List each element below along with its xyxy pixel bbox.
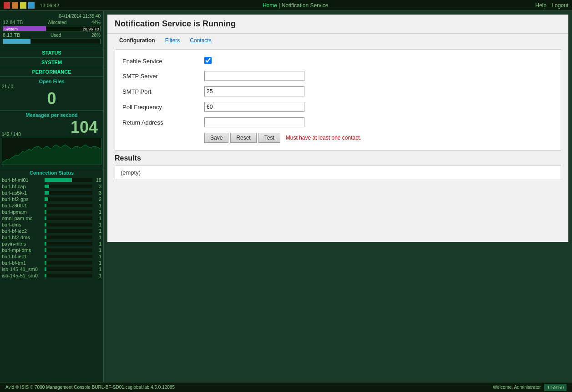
- results-title: Results: [115, 154, 561, 162]
- used-label: Used: [51, 33, 61, 38]
- tab-contacts[interactable]: Contacts: [185, 35, 216, 45]
- tab-filters[interactable]: Filters: [161, 35, 185, 45]
- test-button[interactable]: Test: [258, 133, 280, 143]
- status-nav-btn[interactable]: STATUS: [0, 48, 103, 58]
- storage-size: 12.84 TB: [3, 20, 23, 25]
- conn-item: burl-bf-iec1 1: [2, 254, 101, 259]
- enable-service-control: [204, 57, 341, 65]
- return-addr-input[interactable]: [204, 117, 304, 127]
- conn-item-name: burl-mpi-dms: [2, 247, 43, 253]
- enable-service-label: Enable Service: [122, 58, 204, 65]
- conn-item-bar: [45, 191, 49, 195]
- conn-item-count: 1: [94, 216, 101, 221]
- warning-text: Must have at least one contact.: [286, 135, 361, 141]
- svg-marker-0: [2, 145, 101, 165]
- conn-item-bar: [45, 210, 46, 214]
- smtp-port-label: SMTP Port: [122, 88, 204, 95]
- allocated-label: Allocated: [48, 20, 66, 25]
- conn-item-bar-container: [45, 223, 92, 226]
- conn-item: isb-145-51_sm0 1: [2, 273, 101, 278]
- used-pct: 28%: [91, 33, 101, 38]
- conn-item-bar: [45, 255, 46, 258]
- sidebar-date: 04/14/2014 11:35:40: [3, 14, 101, 19]
- conn-item-bar-container: [45, 185, 92, 188]
- performance-nav-btn[interactable]: PERFORMANCE: [0, 67, 103, 77]
- conn-item-bar-container: [45, 261, 92, 265]
- conn-item-name: isb-145-51_sm0: [2, 273, 43, 278]
- top-time: 13:06:42: [40, 3, 59, 8]
- conn-item-bar-container: [45, 248, 92, 252]
- conn-item-name: burl-bf-tm1: [2, 260, 43, 266]
- conn-item-bar-container: [45, 210, 92, 214]
- conn-item-bar: [45, 267, 46, 271]
- open-files-sub: 21 / 0: [2, 84, 13, 89]
- conn-item-count: 1: [94, 203, 101, 208]
- conn-item-count: 1: [94, 247, 101, 253]
- welcome-text: Welcome, Administrator: [493, 385, 541, 390]
- conn-item-count: 1: [94, 222, 101, 227]
- conn-item-name: burl-bf2-gps: [2, 196, 43, 202]
- conn-item-name: burl-as5k-1: [2, 190, 43, 196]
- conn-item-count: 3: [94, 190, 101, 196]
- reset-button[interactable]: Reset: [230, 133, 256, 143]
- conn-item: burl-bf2-gps 2: [2, 196, 101, 202]
- mps-sub: 142 / 148: [2, 132, 21, 137]
- conn-item-name: burl-dms: [2, 222, 43, 227]
- mps-section: Messages per second 142 / 148 104: [0, 111, 103, 168]
- conn-item-bar: [45, 197, 48, 201]
- poll-freq-label: Poll Frequency: [122, 104, 204, 111]
- help-link[interactable]: Help: [535, 2, 547, 9]
- conn-item-bar-container: [45, 274, 92, 277]
- content-area: Notification Service is Running Configur…: [107, 15, 568, 242]
- main-area: Notification Service is Running Configur…: [104, 11, 572, 392]
- logout-link[interactable]: Logout: [552, 2, 568, 9]
- conn-item: burl-bf-iec2 1: [2, 228, 101, 234]
- conn-item-bar-container: [45, 191, 92, 195]
- conn-item-bar: [45, 236, 46, 239]
- mps-label: Messages per second: [2, 112, 101, 118]
- conn-item-bar-container: [45, 197, 92, 201]
- conn-item-bar: [45, 248, 46, 252]
- smtp-port-input[interactable]: [204, 86, 304, 96]
- used-progress-fill: [3, 39, 30, 44]
- sidebar-header: 04/14/2014 11:35:40 12.84 TB Allocated 4…: [0, 11, 103, 48]
- conn-item-name: isb-145-41_sm0: [2, 266, 43, 272]
- open-files-count: 0: [2, 89, 101, 108]
- smtp-server-input[interactable]: [204, 71, 304, 81]
- used-size: 8.13 TB: [3, 32, 20, 38]
- save-button[interactable]: Save: [204, 133, 228, 143]
- conn-item: burl-bf2-dms 1: [2, 235, 101, 240]
- conn-item-bar: [45, 204, 46, 207]
- system-nav-btn[interactable]: SYSTEM: [0, 58, 103, 67]
- tab-configuration[interactable]: Configuration: [115, 35, 160, 45]
- enable-service-row: Enable Service: [122, 57, 553, 65]
- conn-item-name: burl-ipmam: [2, 209, 43, 215]
- conn-item-bar-container: [45, 267, 92, 271]
- conn-item-name: payin-nitris: [2, 241, 43, 246]
- used-progress-bar: [3, 39, 101, 44]
- conn-status-label: Connection Status: [2, 170, 101, 176]
- bottom-left: Avid ® ISIS ® 7000 Management Console BU…: [5, 385, 175, 390]
- conn-item-count: 1: [94, 266, 101, 272]
- conn-item: burl-bf-cap 3: [2, 184, 101, 189]
- form-section: Enable Service SMTP Server SMTP Port: [115, 49, 561, 151]
- home-link[interactable]: Home: [263, 2, 277, 9]
- conn-items-container: burl-bf-mi01 18 burl-bf-cap 3 burl-as5k-…: [2, 177, 101, 278]
- open-files-section: Open Files 21 / 0 0: [0, 77, 103, 111]
- smtp-server-control: [204, 71, 341, 81]
- conn-item-bar-container: [45, 236, 92, 239]
- conn-item-bar: [45, 274, 46, 277]
- poll-freq-input[interactable]: [204, 102, 304, 112]
- results-empty: (empty): [115, 165, 561, 180]
- return-addr-control: [204, 117, 341, 127]
- enable-service-checkbox[interactable]: [204, 57, 212, 64]
- smtp-server-label: SMTP Server: [122, 73, 204, 80]
- conn-item-bar: [45, 178, 72, 182]
- conn-item-bar: [45, 185, 49, 188]
- conn-item: omni-pam-mc 1: [2, 216, 101, 221]
- conn-item-name: omni-pam-mc: [2, 216, 43, 221]
- tabs: Configuration Filters Contacts: [107, 34, 568, 45]
- system-size: 28.96 TB: [83, 26, 99, 32]
- conn-item-count: 3: [94, 184, 101, 189]
- conn-item-count: 1: [94, 235, 101, 240]
